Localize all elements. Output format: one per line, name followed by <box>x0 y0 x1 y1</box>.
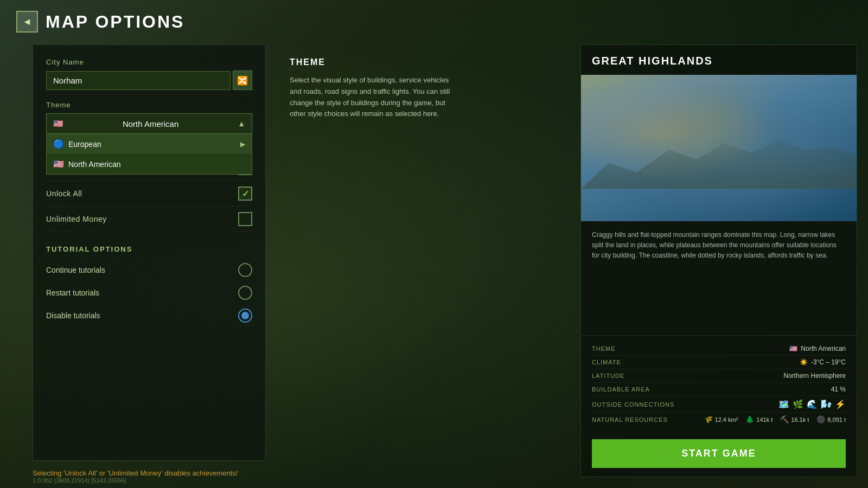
achievements-warning: Selecting 'Unlock All' or 'Unlimited Mon… <box>33 469 597 477</box>
theme-section-title: THEME <box>290 57 459 67</box>
back-button[interactable]: ◄ <box>16 11 38 33</box>
stat-connections-label: OUTSIDE CONNECTIONS <box>592 401 674 408</box>
stat-latitude-row: LATITUDE Northern Hemisphere <box>592 369 846 383</box>
coal-icon: ⚫ <box>816 415 825 423</box>
oil-icon: 🌾 <box>704 415 713 423</box>
stat-latitude-label: LATITUDE <box>592 373 624 379</box>
theme-selected-label: North American <box>123 119 178 129</box>
stat-climate-row: CLIMATE ☀️ -3°C – 19°C <box>592 356 846 369</box>
european-flag-icon: 🔵 <box>53 139 64 149</box>
arrow-right-icon: ▶ <box>240 140 245 148</box>
unlock-all-row: Unlock All <box>46 181 252 207</box>
restart-tutorials-row: Restart tutorials <box>46 281 252 304</box>
rail-connection-icon: 🌿 <box>793 399 803 409</box>
restart-tutorials-label: Restart tutorials <box>46 288 99 297</box>
theme-dropdown-button[interactable]: 🇺🇸 North American ▲ <box>46 113 252 134</box>
stat-climate-value: ☀️ -3°C – 19°C <box>800 358 846 366</box>
natural-resources-values: 🌾 12.4 km² 🌲 141k t ⛏️ 16.1k t ⚫ 8,091 t <box>704 415 846 423</box>
header: ◄ MAP OPTIONS <box>16 11 184 33</box>
oil-value: 12.4 km² <box>715 416 738 423</box>
stat-theme-value: 🇺🇸 North American <box>789 345 846 352</box>
unlimited-money-label: Unlimited Money <box>46 215 107 223</box>
climate-value-text: -3°C – 19°C <box>811 358 846 366</box>
continue-tutorials-row: Continue tutorials <box>46 259 252 281</box>
theme-flag-icon: 🇺🇸 <box>789 345 797 352</box>
road-connection-icon: 🗺️ <box>778 399 789 409</box>
theme-dropdown-menu: 🔵 European ▶ 🇺🇸 North American <box>46 134 252 175</box>
stat-buildable-label: BUILDABLE AREA <box>592 386 650 393</box>
outside-connections-icons: 🗺️ 🌿 🌊 🌬️ ⚡ <box>778 399 846 409</box>
stat-theme-row: THEME 🇺🇸 North American <box>592 342 846 356</box>
stat-resources-label: NATURAL RESOURCES <box>592 416 668 423</box>
north-american-flag-icon: 🇺🇸 <box>53 159 64 169</box>
unlock-all-label: Unlock All <box>46 189 82 198</box>
city-name-label: City Name <box>46 58 252 66</box>
left-panel: City Name 🔀 Theme 🇺🇸 North American ▲ 🔵 … <box>33 44 266 461</box>
dropdown-item-european[interactable]: 🔵 European ▶ <box>47 134 252 154</box>
stat-buildable-value: 41 % <box>831 386 846 393</box>
city-name-row: 🔀 <box>46 70 252 90</box>
map-stats-section: THEME 🇺🇸 North American CLIMATE ☀️ -3°C … <box>581 335 857 433</box>
resource-oil: 🌾 12.4 km² <box>704 415 738 423</box>
version-label: 1.0.0b2 (3600.22914) [5143.25556] <box>33 477 126 484</box>
resource-coal: ⚫ 8,091 t <box>816 415 846 423</box>
wind-connection-icon: 🌬️ <box>821 399 832 409</box>
page-title: MAP OPTIONS <box>46 12 184 32</box>
disable-tutorials-radio[interactable] <box>238 309 252 323</box>
dropdown-item-north-american[interactable]: 🇺🇸 North American <box>47 154 252 174</box>
theme-value-text: North American <box>801 345 846 352</box>
resource-ore: ⛏️ 16.1k t <box>780 415 809 423</box>
stat-climate-label: CLIMATE <box>592 359 621 365</box>
city-name-input[interactable] <box>46 71 231 90</box>
ore-value: 16.1k t <box>791 416 809 423</box>
stat-latitude-value: Northern Hemisphere <box>783 372 846 380</box>
resource-forest: 🌲 141k t <box>745 415 773 423</box>
randomize-button[interactable]: 🔀 <box>233 70 252 90</box>
chevron-up-icon: ▲ <box>238 119 245 128</box>
map-info-panel: GREAT HIGHLANDS Craggy hills and flat-to… <box>580 44 857 477</box>
disable-tutorials-label: Disable tutorials <box>46 311 100 320</box>
start-game-button[interactable]: START GAME <box>592 439 846 468</box>
theme-description-text: Select the visual style of buildings, se… <box>290 75 459 120</box>
unlimited-money-checkbox[interactable] <box>238 212 252 226</box>
theme-dropdown-wrapper: 🇺🇸 North American ▲ 🔵 European ▶ 🇺🇸 Nort… <box>46 113 252 134</box>
restart-tutorials-radio[interactable] <box>238 286 252 300</box>
power-connection-icon: ⚡ <box>835 399 846 409</box>
coal-value: 8,091 t <box>827 416 846 423</box>
theme-selected-flag: 🇺🇸 <box>53 119 63 129</box>
theme-description-panel: THEME Select the visual style of buildin… <box>277 44 472 133</box>
map-preview-image <box>581 75 857 221</box>
forest-icon: 🌲 <box>745 415 754 423</box>
dropdown-european-label: European <box>68 140 101 149</box>
tutorial-options-header: TUTORIAL OPTIONS <box>46 245 252 253</box>
stat-theme-label: THEME <box>592 345 616 352</box>
continue-tutorials-label: Continue tutorials <box>46 266 105 274</box>
stat-connections-row: OUTSIDE CONNECTIONS 🗺️ 🌿 🌊 🌬️ ⚡ <box>592 396 846 413</box>
map-description-text: Craggy hills and flat-topped mountain ra… <box>581 221 857 335</box>
stat-resources-row: NATURAL RESOURCES 🌾 12.4 km² 🌲 141k t ⛏️… <box>592 413 846 426</box>
theme-label: Theme <box>46 101 252 109</box>
unlock-all-checkbox[interactable] <box>238 187 252 201</box>
unlimited-money-row: Unlimited Money <box>46 207 252 232</box>
sun-icon: ☀️ <box>800 358 808 366</box>
map-name-title: GREAT HIGHLANDS <box>581 45 857 75</box>
disable-tutorials-row: Disable tutorials <box>46 304 252 327</box>
water-connection-icon: 🌊 <box>807 399 818 409</box>
stat-buildable-row: BUILDABLE AREA 41 % <box>592 383 846 396</box>
dropdown-north-american-label: North American <box>68 160 120 169</box>
forest-value: 141k t <box>756 416 773 423</box>
continue-tutorials-radio[interactable] <box>238 263 252 277</box>
ore-icon: ⛏️ <box>780 415 789 423</box>
